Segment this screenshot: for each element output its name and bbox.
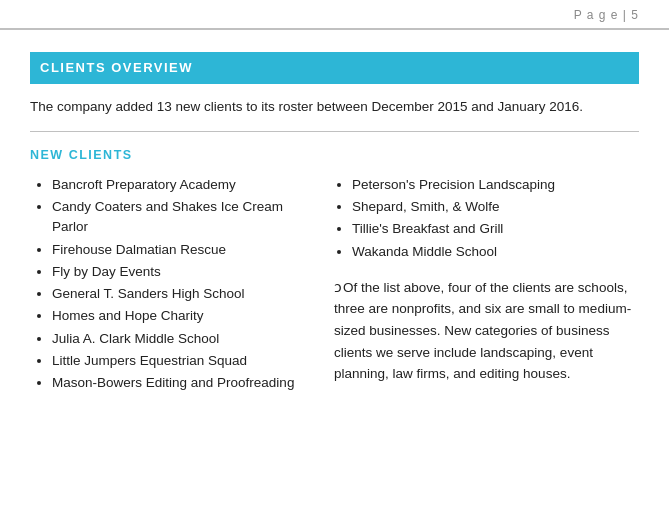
summary-text: ↄOf the list above, four of the clients … [334,276,639,385]
list-item: Homes and Hope Charity [52,306,310,326]
list-item: Julia A. Clark Middle School [52,329,310,349]
page-number: P a g e | 5 [574,6,639,24]
list-item: Shepard, Smith, & Wolfe [352,197,639,217]
intro-text: The company added 13 new clients to its … [30,96,639,118]
two-column-layout: Bancroft Preparatory Academy Candy Coate… [30,175,639,396]
list-item: Wakanda Middle School [352,242,639,262]
right-column: Peterson's Precision Landscaping Shepard… [330,175,639,385]
list-item: General T. Sanders High School [52,284,310,304]
list-item: Bancroft Preparatory Academy [52,175,310,195]
divider [30,131,639,132]
list-item: Candy Coaters and Shakes Ice Cream Parlo… [52,197,310,238]
clients-overview-header: CLIENTS OVERVIEW [30,52,639,84]
list-item: Peterson's Precision Landscaping [352,175,639,195]
list-item: Little Jumpers Equestrian Squad [52,351,310,371]
cursor-icon: ↄ [334,279,342,295]
left-column: Bancroft Preparatory Academy Candy Coate… [30,175,310,396]
list-item: Mason-Bowers Editing and Proofreading [52,373,310,393]
page-number-row: P a g e | 5 [0,0,669,30]
page-container: CLIENTS OVERVIEW The company added 13 ne… [0,42,669,415]
left-client-list: Bancroft Preparatory Academy Candy Coate… [30,175,310,394]
list-item: Tillie's Breakfast and Grill [352,219,639,239]
list-item: Fly by Day Events [52,262,310,282]
list-item: Firehouse Dalmatian Rescue [52,240,310,260]
right-client-list: Peterson's Precision Landscaping Shepard… [330,175,639,262]
new-clients-label: NEW CLIENTS [30,146,639,165]
